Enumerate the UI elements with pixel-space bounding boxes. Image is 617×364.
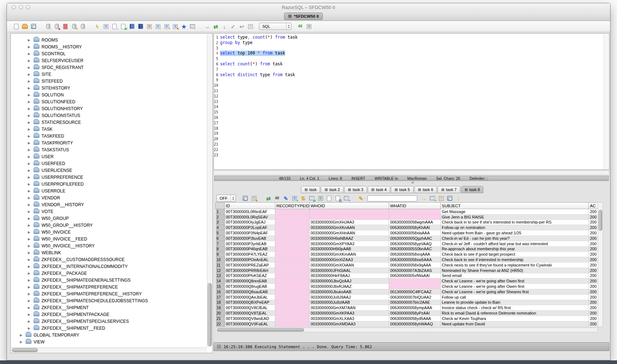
cell[interactable] <box>389 214 441 220</box>
zoom-button[interactable] <box>26 5 30 9</box>
tree-item-solution[interactable]: ▶SOLUTION <box>12 91 206 98</box>
disclosure-icon[interactable]: ▶ <box>28 313 31 316</box>
close-tab-icon[interactable]: ⊠ <box>348 187 351 192</box>
tree-item-w50_invoice__feed[interactable]: ▶W50_INVOICE__FEED <box>12 235 206 242</box>
result-tab-task-4[interactable]: ⊠task 4 <box>368 186 391 193</box>
editor-vertical-scrollbar[interactable] <box>604 34 609 169</box>
cell[interactable]: Leanne to provide update to Bain <box>441 300 589 305</box>
table-row[interactable]: 2200T3000000QV9FaEAL0033000000GmXMDAA300… <box>216 321 598 326</box>
connect-db-icon[interactable]: → <box>44 22 52 30</box>
cell[interactable] <box>275 235 310 241</box>
edit-cell-icon[interactable]: ✎ <box>281 194 290 202</box>
cell[interactable]: 0033000000HirF8AAJ <box>310 273 389 278</box>
cell[interactable]: 0033000000JbukoAAB <box>310 289 389 294</box>
cell[interactable] <box>275 311 310 316</box>
table-row[interactable]: 500T3000000P3N4pEAF0033000000GmXHnAAN006… <box>216 230 598 236</box>
db-docs-icon[interactable] <box>128 22 136 30</box>
disclosure-icon[interactable]: ▶ <box>28 86 31 90</box>
cell[interactable]: Re-approach about membership this year <box>441 246 589 252</box>
tree-item-sitehistory[interactable]: ▶SITEHISTORY <box>12 84 206 91</box>
cell[interactable]: 006300000058yhWAAQ <box>389 321 441 326</box>
tree-item-vendor__history[interactable]: ▶VENDOR__HISTORY <box>12 201 206 208</box>
new-file-icon[interactable] <box>12 22 21 30</box>
cell[interactable]: 006300000058xlaAAA <box>389 230 441 236</box>
cell[interactable] <box>275 214 310 220</box>
cell[interactable]: 006300000058ypVAAQ <box>389 241 441 246</box>
cell[interactable]: 0033000000GmXOiAAN <box>310 262 389 268</box>
copy-table-icon[interactable]: + <box>342 194 351 202</box>
close-tab-icon[interactable]: ⊠ <box>288 14 292 19</box>
cell[interactable]: 200 <box>589 311 598 316</box>
table-row[interactable]: 600T3000000P3tuvEAB0033000000H9aNBAAZ006… <box>216 235 598 241</box>
tree-item-site[interactable]: ▶SITE <box>12 71 206 78</box>
close-tab-icon[interactable]: ⊠ <box>418 187 421 192</box>
table-hscrollbar-thumb[interactable] <box>217 328 304 332</box>
cell[interactable]: 00T3000000P3N4pEAF <box>225 230 275 236</box>
format-sql-icon[interactable]: 66 <box>296 22 305 30</box>
cell[interactable] <box>275 305 310 311</box>
cell[interactable]: Check back in to see if she's interested… <box>441 220 589 225</box>
result-tab-task-3[interactable]: ⊠task 3 <box>344 186 367 193</box>
sort-rows-icon[interactable]: ⇅ <box>299 194 307 202</box>
cell[interactable]: 00T3000000QV8wsEAD <box>225 316 275 321</box>
titlebar[interactable]: RazorSQL – SFDCW50 II <box>7 3 610 12</box>
tree-item-rooms__history[interactable]: ▶ROOMS__HISTORY <box>12 43 206 50</box>
table-row[interactable]: 900T3000000P47LYEAZ0033000000GmXKmAAN006… <box>216 252 598 257</box>
goto-row-icon[interactable]: → <box>419 194 428 202</box>
grid-view-icon[interactable] <box>316 194 325 202</box>
row-number[interactable]: 9 <box>216 252 225 257</box>
reload-table-icon[interactable]: ⇄ <box>307 194 316 202</box>
cell[interactable]: Follow-up on nomination <box>441 225 589 230</box>
cell[interactable]: 0033000000GmXKPAA3 <box>310 311 389 316</box>
tree-item-view[interactable]: ▶VIEW <box>12 338 206 345</box>
cell[interactable]: 00630000005xfWaAAI <box>389 273 441 278</box>
cell[interactable]: 0033000000GmXKnAAN <box>310 225 389 230</box>
cell[interactable]: 0033000000GmXM7AAN <box>310 305 389 311</box>
highlight-icon[interactable]: ✎ <box>357 194 365 202</box>
editor-line[interactable]: 4select top 100 * from task <box>214 51 603 56</box>
table-row[interactable]: 2000T3000000QV8TjEAL0033000000GmXKPAA300… <box>216 311 598 316</box>
disclosure-icon[interactable]: ▶ <box>28 59 31 62</box>
cell[interactable]: Need update from David <box>441 321 589 326</box>
view-as-text-icon[interactable]: 66 <box>273 194 281 202</box>
save-grid-icon[interactable] <box>445 194 454 202</box>
disclosure-icon[interactable]: ▶ <box>28 272 31 275</box>
cell[interactable]: Follow up call <box>441 294 589 300</box>
disclosure-icon[interactable]: ▶ <box>28 176 31 179</box>
editor-line[interactable]: 2group by type <box>214 40 603 46</box>
cell[interactable]: 00630000005QgzhAAC <box>389 235 441 241</box>
cell[interactable]: 00T3000000Q8rugEAB <box>225 284 275 289</box>
tree-item-userrole[interactable]: ▶USERROLE <box>12 187 206 194</box>
column-header-whatid[interactable]: WHATID <box>389 203 441 209</box>
cell[interactable]: Give Jenn a BIG RAISE <box>441 214 589 220</box>
cell[interactable] <box>275 278 310 284</box>
disclosure-icon[interactable]: ▶ <box>28 237 31 241</box>
cell[interactable]: 006300000058yPzAAI <box>389 311 441 316</box>
describe-objects-icon[interactable] <box>145 22 154 30</box>
disclosure-icon[interactable]: ▶ <box>28 189 31 193</box>
cell[interactable]: 0033000000GmXIZAA3 <box>310 257 389 263</box>
cell[interactable]: 00T3000000P3tuvEAB <box>225 235 275 241</box>
cell[interactable] <box>389 284 441 289</box>
cell[interactable]: Check w/ Leanne - we're going after Owen… <box>441 284 589 289</box>
disclosure-icon[interactable]: ▶ <box>28 265 31 268</box>
disclosure-icon[interactable]: ▶ <box>28 107 31 110</box>
sql-editor[interactable]: 1select type, count(*) from task2group b… <box>213 33 609 170</box>
disclosure-icon[interactable]: ▶ <box>28 244 31 248</box>
cell[interactable]: 0033000000GmXKmAAN <box>310 252 389 257</box>
tree-item-userpreference[interactable]: ▶USERPREFERENCE <box>12 174 206 181</box>
cell[interactable]: 200 <box>589 316 598 321</box>
tree-item-zkfedex__shipment__feed[interactable]: ▶ZKFEDEX__SHIPMENT__FEED <box>12 325 206 332</box>
cell[interactable]: 00630000007bIc2AAE <box>389 300 441 305</box>
sql-editor-lines[interactable]: 1select type, count(*) from task2group b… <box>214 35 603 169</box>
tree-item-scontrol[interactable]: ▶SCONTROL <box>12 50 206 57</box>
cell[interactable]: 00T3000000QBXPeEAP <box>225 300 275 305</box>
table-row[interactable]: 1300T3000000PfvKSEAZ0033000000HirF8AAJ00… <box>216 273 598 278</box>
editor-line[interactable]: 3 <box>214 46 603 51</box>
cell[interactable]: 0033000000H9i0pAAB <box>310 246 389 252</box>
editor-line[interactable]: 9 <box>214 77 603 83</box>
editor-line[interactable]: 22 <box>214 147 603 152</box>
editor-line[interactable]: 20 <box>214 136 603 142</box>
cell[interactable]: 0033000000H9aNBAAZ <box>310 235 389 241</box>
editor-line[interactable]: 8select distinct type from task <box>214 72 603 78</box>
